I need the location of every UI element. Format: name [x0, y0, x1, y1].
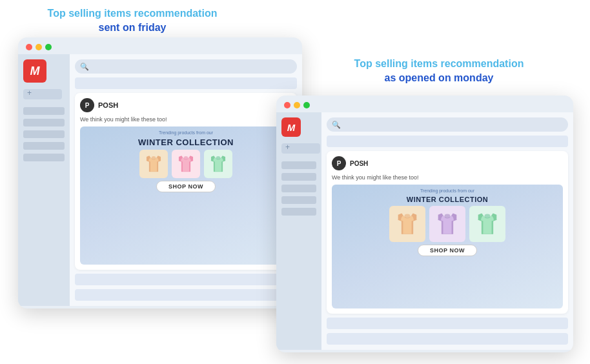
email-main-monday: 🔍 P POSH We think you might like these t… [321, 112, 573, 350]
sidebar-bar-m4 [281, 196, 316, 204]
email-row-1[interactable] [75, 77, 297, 89]
sender-avatar-friday: P [80, 98, 94, 112]
hoodie-mint-svg-2 [473, 210, 502, 238]
sender-name-monday: POSH [350, 160, 368, 167]
email-open-monday: P POSH We think you might like these too… [327, 151, 568, 314]
email-subtitle-monday: We think you might like these too! [332, 174, 563, 181]
label-monday: Top selling items recommendation as open… [316, 57, 562, 86]
sender-avatar-monday: P [332, 156, 346, 170]
product-card-title-friday: WINTER COLLECTION [138, 137, 234, 147]
sidebar-bar-5 [23, 154, 65, 161]
tl-yellow [36, 44, 42, 50]
email-subtitle-friday: We think you might like these too! [80, 116, 292, 123]
tl-red [26, 44, 32, 50]
compose-btn-monday[interactable] [281, 143, 320, 154]
sender-row-monday: P POSH [332, 156, 563, 170]
hoodie-peach-svg-2 [393, 210, 422, 238]
hoodie-pink-friday [172, 150, 200, 178]
tl-red-2 [284, 102, 290, 108]
sidebar-bar-m3 [281, 185, 316, 192]
traffic-lights-monday [276, 96, 573, 112]
product-card-monday: Trending products from our WINTER COLLEC… [332, 185, 563, 308]
hoodie-mint-friday [204, 150, 232, 178]
email-row-m2[interactable] [327, 318, 568, 329]
sender-name-friday: POSH [98, 101, 118, 109]
product-card-title-monday: WINTER COLLECTION [407, 196, 488, 203]
sidebar-bar-3 [23, 130, 65, 138]
sidebar-friday: M [18, 54, 70, 306]
tl-green-2 [303, 102, 310, 108]
shop-btn-friday[interactable]: SHOP NOW [156, 181, 216, 192]
product-card-friday: Trending products from our WINTER COLLEC… [80, 126, 292, 265]
traffic-lights-friday [18, 37, 302, 54]
window-friday: M 🔍 P POSH [18, 37, 302, 308]
hoodie-peach-monday [389, 206, 425, 242]
label-friday-bottom: sent on friday [19, 21, 245, 35]
email-main-friday: 🔍 P POSH We think you might like these t… [70, 54, 302, 306]
sidebar-bar-m2 [281, 173, 316, 181]
hoodie-lavender-svg [433, 210, 462, 238]
product-items-monday [389, 206, 505, 242]
product-card-label-monday: Trending products from our [420, 188, 474, 193]
gmail-logo-monday: M [281, 117, 301, 137]
svg-point-0 [152, 156, 156, 159]
hoodie-pink-svg [175, 153, 197, 175]
svg-point-1 [184, 156, 188, 159]
product-items-friday [139, 150, 232, 178]
tl-yellow-2 [294, 102, 300, 108]
shop-btn-monday[interactable]: SHOP NOW [418, 245, 477, 256]
search-bar-monday[interactable]: 🔍 [327, 117, 568, 132]
window-monday: M 🔍 P POSH [276, 96, 573, 352]
scene: Top selling items recommendation sent on… [0, 0, 590, 364]
label-monday-bottom: as opened on monday [316, 71, 562, 85]
label-friday: Top selling items recommendation sent on… [19, 6, 245, 35]
email-row-m1[interactable] [327, 136, 568, 147]
svg-point-3 [405, 214, 411, 219]
gmail-logo-friday: M [23, 59, 46, 83]
email-row-2[interactable] [75, 274, 297, 285]
svg-point-2 [216, 156, 221, 159]
search-icon-friday: 🔍 [80, 63, 89, 71]
hoodie-peach-svg [143, 153, 165, 175]
hoodie-mint-monday [469, 206, 505, 242]
label-monday-top: Top selling items recommendation [316, 57, 562, 71]
hoodie-peach-friday [139, 150, 168, 178]
hoodie-lavender-monday [429, 206, 465, 242]
sidebar-monday: M [276, 112, 321, 350]
search-bar-friday[interactable]: 🔍 [75, 59, 297, 74]
sender-row-friday: P POSH [80, 98, 292, 112]
product-card-label-friday: Trending products from our [159, 130, 213, 135]
sidebar-bar-4 [23, 142, 65, 150]
email-row-3[interactable] [75, 289, 297, 301]
window-body-monday: M 🔍 P POSH [276, 112, 573, 350]
email-row-m3[interactable] [327, 333, 568, 345]
search-icon-monday: 🔍 [332, 121, 341, 129]
svg-point-4 [445, 214, 451, 219]
label-friday-top: Top selling items recommendation [19, 6, 245, 21]
sidebar-bar-2 [23, 119, 65, 126]
compose-btn-friday[interactable] [23, 89, 62, 99]
window-body-friday: M 🔍 P POSH [18, 54, 302, 306]
tl-green [45, 44, 52, 50]
hoodie-mint-svg [207, 153, 229, 175]
email-open-friday: P POSH We think you might like these too… [75, 93, 297, 270]
sidebar-bar-m5 [281, 208, 316, 216]
sidebar-bar-1 [23, 107, 65, 115]
svg-point-5 [485, 214, 491, 219]
sidebar-bar-m1 [281, 161, 316, 169]
